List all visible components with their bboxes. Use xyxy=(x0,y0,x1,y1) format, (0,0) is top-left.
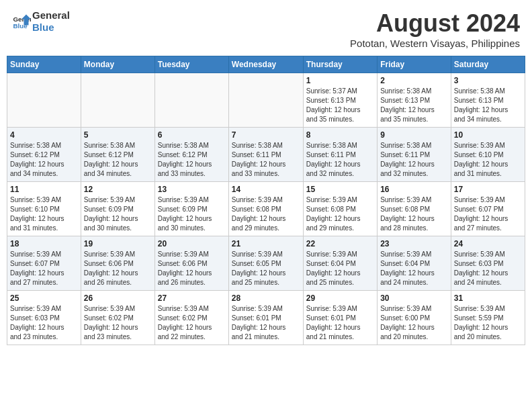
calendar-cell: 30Sunrise: 5:39 AM Sunset: 6:00 PM Dayli… xyxy=(378,291,451,345)
col-header-friday: Friday xyxy=(378,56,451,73)
day-number: 12 xyxy=(84,185,152,194)
calendar-week-3: 11Sunrise: 5:39 AM Sunset: 6:10 PM Dayli… xyxy=(7,182,525,236)
calendar-cell: 19Sunrise: 5:39 AM Sunset: 6:06 PM Dayli… xyxy=(81,236,154,291)
col-header-monday: Monday xyxy=(81,56,154,73)
day-number: 30 xyxy=(380,293,448,303)
calendar-cell: 3Sunrise: 5:38 AM Sunset: 6:13 PM Daylig… xyxy=(451,73,525,128)
calendar-cell xyxy=(228,73,303,128)
day-number: 1 xyxy=(306,76,374,85)
day-detail: Sunrise: 5:39 AM Sunset: 6:10 PM Dayligh… xyxy=(10,195,78,233)
day-detail: Sunrise: 5:39 AM Sunset: 6:07 PM Dayligh… xyxy=(454,195,522,233)
day-detail: Sunrise: 5:38 AM Sunset: 6:11 PM Dayligh… xyxy=(306,141,374,179)
day-number: 16 xyxy=(380,185,448,194)
logo-icon: General Blue xyxy=(12,12,31,31)
calendar-header-row: SundayMondayTuesdayWednesdayThursdayFrid… xyxy=(7,56,525,73)
day-number: 9 xyxy=(380,130,448,140)
page-header: General Blue General Blue August 2024 Po… xyxy=(7,7,525,52)
col-header-tuesday: Tuesday xyxy=(154,56,228,73)
day-detail: Sunrise: 5:39 AM Sunset: 6:08 PM Dayligh… xyxy=(306,195,374,233)
day-number: 17 xyxy=(454,185,522,194)
day-detail: Sunrise: 5:39 AM Sunset: 6:05 PM Dayligh… xyxy=(232,250,300,287)
day-detail: Sunrise: 5:37 AM Sunset: 6:13 PM Dayligh… xyxy=(306,87,374,124)
day-detail: Sunrise: 5:39 AM Sunset: 6:06 PM Dayligh… xyxy=(84,250,152,287)
day-detail: Sunrise: 5:39 AM Sunset: 6:03 PM Dayligh… xyxy=(10,304,78,342)
day-number: 20 xyxy=(158,239,226,248)
calendar-cell: 11Sunrise: 5:39 AM Sunset: 6:10 PM Dayli… xyxy=(7,182,81,236)
day-detail: Sunrise: 5:39 AM Sunset: 6:08 PM Dayligh… xyxy=(232,195,300,233)
day-detail: Sunrise: 5:39 AM Sunset: 6:01 PM Dayligh… xyxy=(232,304,300,342)
calendar-cell xyxy=(154,73,228,128)
calendar-cell: 1Sunrise: 5:37 AM Sunset: 6:13 PM Daylig… xyxy=(303,73,377,128)
logo-blue: Blue xyxy=(32,21,70,34)
calendar-cell: 9Sunrise: 5:38 AM Sunset: 6:11 PM Daylig… xyxy=(378,128,451,182)
calendar-cell: 13Sunrise: 5:39 AM Sunset: 6:09 PM Dayli… xyxy=(154,182,228,236)
calendar-cell: 8Sunrise: 5:38 AM Sunset: 6:11 PM Daylig… xyxy=(303,128,377,182)
day-detail: Sunrise: 5:39 AM Sunset: 6:10 PM Dayligh… xyxy=(454,141,522,179)
calendar-cell: 4Sunrise: 5:38 AM Sunset: 6:12 PM Daylig… xyxy=(7,128,81,182)
day-detail: Sunrise: 5:39 AM Sunset: 6:02 PM Dayligh… xyxy=(84,304,152,342)
col-header-wednesday: Wednesday xyxy=(228,56,303,73)
calendar-week-2: 4Sunrise: 5:38 AM Sunset: 6:12 PM Daylig… xyxy=(7,128,525,182)
calendar-cell: 7Sunrise: 5:38 AM Sunset: 6:11 PM Daylig… xyxy=(228,128,303,182)
day-number: 2 xyxy=(380,76,448,85)
day-detail: Sunrise: 5:39 AM Sunset: 6:08 PM Dayligh… xyxy=(380,195,448,233)
day-number: 28 xyxy=(232,293,300,303)
day-number: 23 xyxy=(380,239,448,248)
day-number: 11 xyxy=(10,185,78,194)
col-header-thursday: Thursday xyxy=(303,56,377,73)
calendar-week-1: 1Sunrise: 5:37 AM Sunset: 6:13 PM Daylig… xyxy=(7,73,525,128)
day-number: 24 xyxy=(454,239,522,248)
day-number: 5 xyxy=(84,130,152,140)
calendar-cell: 10Sunrise: 5:39 AM Sunset: 6:10 PM Dayli… xyxy=(451,128,525,182)
calendar-cell: 16Sunrise: 5:39 AM Sunset: 6:08 PM Dayli… xyxy=(378,182,451,236)
day-number: 3 xyxy=(454,76,522,85)
day-number: 4 xyxy=(10,130,78,140)
calendar-cell: 15Sunrise: 5:39 AM Sunset: 6:08 PM Dayli… xyxy=(303,182,377,236)
day-detail: Sunrise: 5:38 AM Sunset: 6:13 PM Dayligh… xyxy=(454,87,522,124)
calendar-week-4: 18Sunrise: 5:39 AM Sunset: 6:07 PM Dayli… xyxy=(7,236,525,291)
day-detail: Sunrise: 5:39 AM Sunset: 6:01 PM Dayligh… xyxy=(306,304,374,342)
day-number: 31 xyxy=(454,293,522,303)
calendar-cell: 17Sunrise: 5:39 AM Sunset: 6:07 PM Dayli… xyxy=(451,182,525,236)
logo: General Blue General Blue xyxy=(12,9,70,34)
calendar-cell: 25Sunrise: 5:39 AM Sunset: 6:03 PM Dayli… xyxy=(7,291,81,345)
calendar-cell: 27Sunrise: 5:39 AM Sunset: 6:02 PM Dayli… xyxy=(154,291,228,345)
day-detail: Sunrise: 5:38 AM Sunset: 6:12 PM Dayligh… xyxy=(10,141,78,179)
day-detail: Sunrise: 5:39 AM Sunset: 6:04 PM Dayligh… xyxy=(380,250,448,287)
day-number: 15 xyxy=(306,185,374,194)
day-detail: Sunrise: 5:39 AM Sunset: 6:09 PM Dayligh… xyxy=(158,195,226,233)
calendar-week-5: 25Sunrise: 5:39 AM Sunset: 6:03 PM Dayli… xyxy=(7,291,525,345)
calendar-cell xyxy=(7,73,81,128)
month-title: August 2024 xyxy=(350,9,520,38)
day-number: 29 xyxy=(306,293,374,303)
day-detail: Sunrise: 5:39 AM Sunset: 6:04 PM Dayligh… xyxy=(306,250,374,287)
calendar-cell: 24Sunrise: 5:39 AM Sunset: 6:03 PM Dayli… xyxy=(451,236,525,291)
day-detail: Sunrise: 5:38 AM Sunset: 6:12 PM Dayligh… xyxy=(84,141,152,179)
logo-general: General xyxy=(32,9,70,21)
calendar-cell: 20Sunrise: 5:39 AM Sunset: 6:06 PM Dayli… xyxy=(154,236,228,291)
day-detail: Sunrise: 5:38 AM Sunset: 6:11 PM Dayligh… xyxy=(232,141,300,179)
day-detail: Sunrise: 5:38 AM Sunset: 6:13 PM Dayligh… xyxy=(380,87,448,124)
day-detail: Sunrise: 5:39 AM Sunset: 6:06 PM Dayligh… xyxy=(158,250,226,287)
col-header-saturday: Saturday xyxy=(451,56,525,73)
calendar-cell: 29Sunrise: 5:39 AM Sunset: 6:01 PM Dayli… xyxy=(303,291,377,345)
day-number: 7 xyxy=(232,130,300,140)
day-detail: Sunrise: 5:38 AM Sunset: 6:11 PM Dayligh… xyxy=(380,141,448,179)
title-block: August 2024 Pototan, Western Visayas, Ph… xyxy=(350,9,520,49)
day-number: 27 xyxy=(158,293,226,303)
calendar-cell: 2Sunrise: 5:38 AM Sunset: 6:13 PM Daylig… xyxy=(378,73,451,128)
calendar-cell: 26Sunrise: 5:39 AM Sunset: 6:02 PM Dayli… xyxy=(81,291,154,345)
day-number: 22 xyxy=(306,239,374,248)
calendar-cell xyxy=(81,73,154,128)
calendar-cell: 14Sunrise: 5:39 AM Sunset: 6:08 PM Dayli… xyxy=(228,182,303,236)
calendar-cell: 18Sunrise: 5:39 AM Sunset: 6:07 PM Dayli… xyxy=(7,236,81,291)
day-number: 25 xyxy=(10,293,78,303)
calendar-cell: 12Sunrise: 5:39 AM Sunset: 6:09 PM Dayli… xyxy=(81,182,154,236)
day-detail: Sunrise: 5:39 AM Sunset: 6:09 PM Dayligh… xyxy=(84,195,152,233)
day-detail: Sunrise: 5:39 AM Sunset: 6:07 PM Dayligh… xyxy=(10,250,78,287)
day-detail: Sunrise: 5:38 AM Sunset: 6:12 PM Dayligh… xyxy=(158,141,226,179)
day-detail: Sunrise: 5:39 AM Sunset: 6:00 PM Dayligh… xyxy=(380,304,448,342)
col-header-sunday: Sunday xyxy=(7,56,81,73)
day-number: 21 xyxy=(232,239,300,248)
day-number: 10 xyxy=(454,130,522,140)
